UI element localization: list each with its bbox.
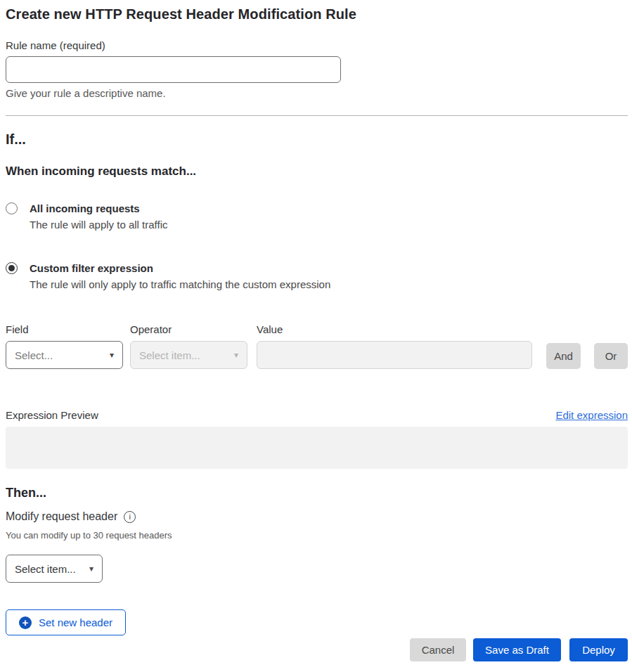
edit-expression-link[interactable]: Edit expression bbox=[555, 409, 628, 421]
expression-builder-row: Field Select... ▾ Operator Select item..… bbox=[6, 323, 628, 369]
header-action-select-value: Select item... bbox=[15, 563, 76, 575]
operator-select[interactable]: Select item... ▾ bbox=[130, 341, 247, 369]
save-as-draft-button[interactable]: Save as Draft bbox=[473, 638, 561, 661]
header-action-select[interactable]: Select item... ▾ bbox=[6, 555, 103, 583]
chevron-down-icon: ▾ bbox=[89, 564, 93, 574]
info-icon[interactable]: i bbox=[124, 511, 136, 523]
modify-request-header-label: Modify request header bbox=[6, 510, 117, 523]
set-new-header-label: Set new header bbox=[39, 616, 112, 628]
field-select[interactable]: Select... ▾ bbox=[6, 341, 123, 369]
operator-select-value: Select item... bbox=[139, 349, 200, 361]
and-button[interactable]: And bbox=[546, 343, 581, 369]
modify-header-row: Modify request header i bbox=[6, 510, 628, 523]
field-select-value: Select... bbox=[15, 349, 53, 361]
then-heading: Then... bbox=[6, 486, 628, 500]
rule-name-help: Give your rule a descriptive name. bbox=[6, 87, 628, 99]
radio-all-requests[interactable] bbox=[6, 202, 18, 214]
section-divider bbox=[6, 115, 628, 116]
create-rule-page: Create new HTTP Request Header Modificat… bbox=[0, 6, 632, 661]
cancel-button[interactable]: Cancel bbox=[410, 638, 466, 661]
when-match-heading: When incoming requests match... bbox=[6, 164, 628, 179]
value-input[interactable] bbox=[257, 341, 532, 369]
rule-name-input[interactable] bbox=[6, 56, 341, 83]
chevron-down-icon: ▾ bbox=[110, 350, 114, 360]
if-heading: If... bbox=[6, 131, 628, 148]
radio-all-requests-label: All incoming requests bbox=[30, 202, 167, 215]
deploy-button[interactable]: Deploy bbox=[569, 638, 628, 661]
expression-preview-label: Expression Preview bbox=[6, 409, 98, 421]
radio-custom-expression-label: Custom filter expression bbox=[30, 261, 330, 275]
footer-actions: Cancel Save as Draft Deploy bbox=[6, 638, 628, 661]
page-title: Create new HTTP Request Header Modificat… bbox=[6, 6, 628, 22]
modify-header-help: You can modify up to 30 request headers bbox=[6, 530, 628, 541]
operator-label: Operator bbox=[130, 323, 247, 335]
field-label: Field bbox=[6, 323, 123, 335]
radio-custom-expression-description: The rule will only apply to traffic matc… bbox=[30, 278, 330, 291]
radio-option-custom-expression[interactable]: Custom filter expression The rule will o… bbox=[6, 261, 628, 291]
rule-name-label: Rule name (required) bbox=[6, 39, 628, 51]
chevron-down-icon: ▾ bbox=[234, 350, 238, 360]
plus-icon: + bbox=[19, 616, 32, 629]
expression-preview-box bbox=[6, 427, 628, 469]
or-button[interactable]: Or bbox=[594, 343, 628, 369]
expression-preview-row: Expression Preview Edit expression bbox=[6, 409, 628, 421]
radio-custom-expression[interactable] bbox=[6, 262, 18, 274]
value-label: Value bbox=[257, 323, 532, 335]
set-new-header-button[interactable]: + Set new header bbox=[6, 609, 126, 635]
radio-option-all-requests[interactable]: All incoming requests The rule will appl… bbox=[6, 202, 628, 231]
radio-all-requests-description: The rule will apply to all traffic bbox=[30, 219, 167, 231]
